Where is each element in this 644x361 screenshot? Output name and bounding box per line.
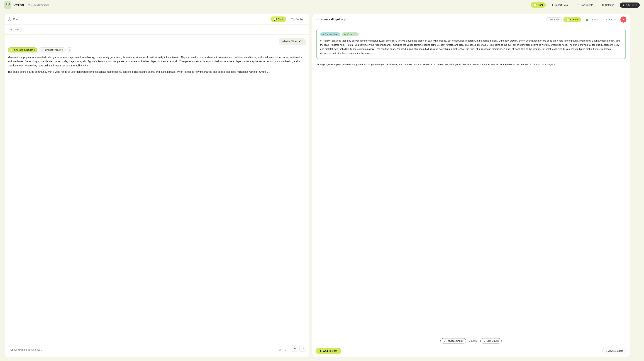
chat-input-area: ⊕ ☺ ➤ ↺ (4, 343, 309, 357)
chunk-nav: ⊙ Previous Chunk Chunk 1 ⊙ Next Chunk (312, 336, 630, 345)
source-pill-2[interactable]: 📄 minecraft_wiki.txt 1 (39, 48, 66, 53)
left-panel: i Chat 💬 Chat 🔧 Config ⊕ Label What is M… (4, 14, 309, 357)
nav-import-button[interactable]: ⬆ Import Data (549, 2, 571, 8)
settings-icon: ⚙ (602, 4, 604, 7)
user-message: What is Minecraft? (279, 38, 306, 45)
send-button[interactable]: ➤ (292, 345, 298, 352)
content-icon: 📄 (566, 18, 569, 21)
chunk-number-tag[interactable]: 🧩 Chunk 12 (342, 33, 359, 36)
config-tab-icon: 🔧 (291, 18, 294, 21)
close-button[interactable]: ✕ (620, 17, 626, 23)
right-panel-header: i minecraft_guide.pdf Document 📄 Content… (312, 14, 630, 25)
next-chunk-button[interactable]: ⊙ Next Chunk (480, 338, 502, 343)
chunk-text: of Plenty—anything that may deliver some… (320, 39, 622, 55)
doc-bottom-bar: ⊕ Add to Chat ℹ View Metadata (312, 345, 630, 357)
logo-area: 🐶 Verba The Golden RAGtriever (4, 2, 49, 9)
label-row: ⊕ Label (4, 25, 309, 35)
chat-input-wrap: ⊕ ☺ (8, 345, 290, 354)
chunk-label: Chunk 1 (468, 339, 478, 342)
nav-chat-button[interactable]: 💬 Chat (530, 2, 546, 8)
copy-icon: ⧉ (69, 49, 70, 52)
close-icon: ✕ (622, 18, 624, 21)
doc-icon-2: 📄 (41, 49, 44, 51)
logo-icon: 🐶 (4, 2, 12, 9)
doc-type-badge: Document (546, 17, 562, 22)
doc-icon-1: 📄 (10, 49, 13, 51)
info-icon: i (8, 17, 11, 21)
next-icon: ⊙ (483, 339, 485, 342)
attach-icon[interactable]: ⊕ (278, 347, 282, 352)
right-info-icon: i (316, 18, 319, 21)
chunks-icon: 🧩 (586, 18, 589, 21)
source-pills: 📄 minecraft_guide.pdf 3 📄 minecraft_wiki… (8, 48, 306, 53)
metadata-icon: ℹ (606, 349, 606, 352)
documents-icon: 📄 (576, 4, 580, 7)
copy-button[interactable]: ⧉ (67, 48, 72, 53)
tab-chunks-button[interactable]: 🧩 Chunks (583, 17, 600, 22)
nav-documents-button[interactable]: 📄 Documents (574, 2, 596, 8)
input-icons: ⊕ ☺ (278, 347, 288, 352)
chat-input[interactable] (10, 348, 276, 351)
github-icon: ★ (622, 4, 624, 7)
doc-name: minecraft_guide.pdf (321, 18, 544, 21)
refresh-button[interactable]: ↺ (300, 345, 306, 352)
logo-subtitle: The Golden RAGtriever (26, 4, 49, 6)
main-layout: i Chat 💬 Chat 🔧 Config ⊕ Label What is M… (0, 10, 644, 361)
chat-tab-icon: 💬 (274, 18, 277, 21)
github-button[interactable]: ★ 5.8k v2.0.0 (620, 3, 640, 8)
source-pill-1[interactable]: 📄 minecraft_guide.pdf 3 (8, 48, 37, 53)
send-icon: ➤ (294, 347, 296, 350)
tab-content-button[interactable]: 📄 Content (563, 17, 581, 22)
doc-text-below: Strange figures appear in the distant gl… (316, 63, 626, 67)
logo-text: Verba (13, 3, 24, 7)
chunk-icon: 🧩 (344, 33, 346, 36)
refresh-icon: ↺ (302, 347, 304, 350)
chunk-tags: ⊕ Context Used 🧩 Chunk 12 (320, 33, 622, 36)
tab-config-button[interactable]: 🔧 Config (288, 17, 306, 22)
context-used-tag[interactable]: ⊕ Context Used (320, 33, 340, 36)
prev-chunk-button[interactable]: ⊙ Previous Chunk (440, 338, 466, 343)
tab-chat-button[interactable]: 💬 Chat (270, 17, 286, 22)
tab-vector-button[interactable]: 🔺 Vector (602, 17, 618, 22)
nav-settings-button[interactable]: ⚙ Settings (599, 2, 617, 8)
left-panel-title: Chat (13, 18, 269, 21)
left-panel-header: i Chat 💬 Chat 🔧 Config (4, 14, 309, 25)
view-metadata-button[interactable]: ℹ View Metadata (602, 347, 626, 354)
chat-icon: 💬 (534, 4, 536, 7)
vector-icon: 🔺 (605, 18, 608, 21)
top-nav: 🐶 Verba The Golden RAGtriever 💬 Chat ⬆ I… (0, 0, 644, 10)
right-panel: i minecraft_guide.pdf Document 📄 Content… (312, 14, 630, 357)
label-icon: ⊕ (10, 28, 12, 31)
chunk-highlight-box: ⊕ Context Used 🧩 Chunk 12 of Plenty—anyt… (316, 29, 626, 59)
emoji-icon[interactable]: ☺ (283, 347, 288, 352)
doc-content: ⊕ Context Used 🧩 Chunk 12 of Plenty—anyt… (312, 25, 630, 336)
add-icon: ⊕ (320, 349, 322, 352)
import-icon: ⬆ (552, 4, 554, 7)
answer-text: Minecraft is a popular open-ended video … (8, 55, 306, 76)
context-icon: ⊕ (322, 33, 324, 36)
prev-icon: ⊙ (444, 339, 446, 342)
label-button[interactable]: ⊕ Label (8, 27, 22, 32)
chat-content: What is Minecraft? 📄 minecraft_guide.pdf… (4, 35, 309, 343)
logo-emoji: 🐶 (6, 3, 10, 7)
add-to-chat-button[interactable]: ⊕ Add to Chat (316, 348, 341, 354)
